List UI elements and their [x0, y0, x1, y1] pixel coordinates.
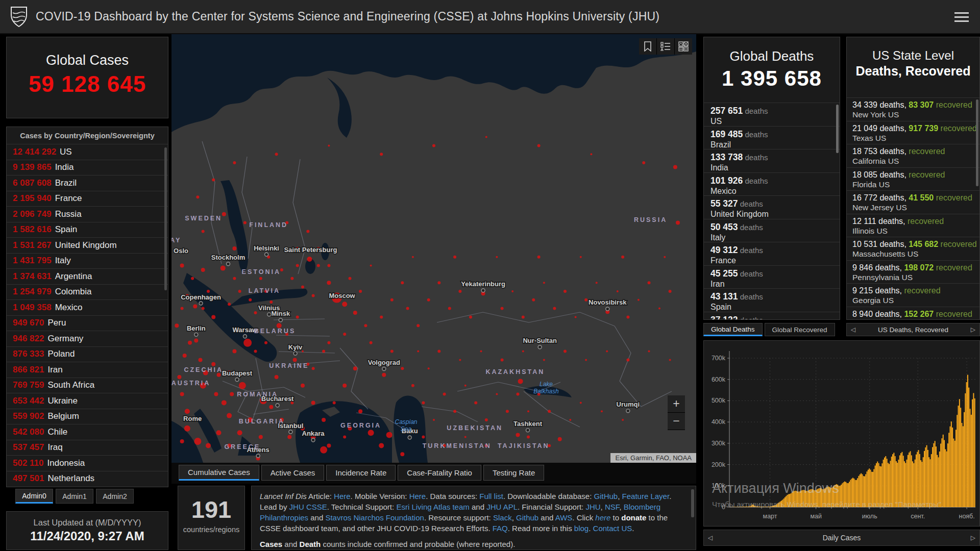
case-dot[interactable]: [617, 290, 619, 292]
basemap-icon[interactable]: [675, 38, 692, 55]
chart-bar[interactable]: [808, 490, 809, 507]
deaths-row[interactable]: 101 926 deathsMexico: [704, 172, 840, 196]
country-case-row[interactable]: 537 457Iraq: [7, 440, 168, 456]
chart-bar[interactable]: [893, 453, 894, 507]
chart-bar[interactable]: [800, 491, 801, 507]
chart-bar[interactable]: [835, 485, 836, 507]
chart-bar[interactable]: [929, 459, 930, 507]
case-dot[interactable]: [558, 437, 562, 441]
chart-bar[interactable]: [817, 489, 818, 507]
case-dot[interactable]: [516, 433, 520, 437]
chart-bar[interactable]: [890, 461, 891, 507]
case-dot[interactable]: [432, 144, 435, 147]
chart-bar[interactable]: [910, 451, 911, 507]
chart-bar[interactable]: [793, 491, 794, 507]
chart-bar[interactable]: [755, 506, 756, 507]
case-dot[interactable]: [312, 294, 315, 297]
case-dot[interactable]: [601, 410, 603, 412]
chart-bar[interactable]: [739, 507, 740, 507]
case-dot[interactable]: [543, 282, 545, 284]
case-dot[interactable]: [188, 341, 192, 345]
chart-bar[interactable]: [840, 486, 841, 507]
chart-bar[interactable]: [837, 485, 838, 507]
chart-bar[interactable]: [960, 408, 961, 507]
chart-bar[interactable]: [815, 490, 816, 507]
case-dot[interactable]: [469, 315, 472, 318]
chart-bar[interactable]: [798, 492, 799, 507]
case-dot[interactable]: [368, 430, 374, 436]
chart-bar[interactable]: [838, 486, 839, 507]
chart-bar[interactable]: [945, 449, 946, 507]
chart-bar[interactable]: [762, 507, 763, 507]
chart-bar[interactable]: [888, 463, 889, 507]
case-dot[interactable]: [206, 443, 211, 448]
case-dot[interactable]: [532, 298, 535, 302]
chart-bar[interactable]: [741, 507, 742, 507]
country-case-row[interactable]: 559 902Belgium: [7, 409, 168, 424]
case-dot[interactable]: [185, 409, 190, 414]
case-dot[interactable]: [527, 436, 530, 439]
case-dot[interactable]: [328, 144, 330, 146]
chart-bar[interactable]: [792, 492, 793, 507]
case-dot[interactable]: [585, 359, 587, 361]
bookmark-icon[interactable]: [639, 38, 656, 55]
chart-bar[interactable]: [772, 506, 773, 507]
case-dot[interactable]: [358, 409, 362, 413]
chart-bar[interactable]: [760, 507, 761, 507]
state-row[interactable]: 34 339 deaths, 83 307 recoveredNew York …: [847, 97, 980, 121]
chart-bar[interactable]: [912, 461, 913, 507]
case-dot[interactable]: [517, 393, 520, 396]
chart-bar[interactable]: [810, 489, 811, 507]
case-dot[interactable]: [193, 304, 197, 308]
map-tab-testing-rate[interactable]: Testing Rate: [483, 465, 544, 481]
case-dot[interactable]: [390, 350, 394, 353]
chart-bar[interactable]: [877, 462, 878, 507]
case-dot[interactable]: [401, 281, 404, 284]
chart-bar[interactable]: [758, 507, 760, 507]
case-dot[interactable]: [580, 256, 582, 258]
case-dot[interactable]: [422, 401, 425, 404]
chart-bar[interactable]: [925, 447, 926, 507]
link[interactable]: Here: [334, 492, 351, 500]
case-dot[interactable]: [485, 418, 488, 421]
case-dot[interactable]: [458, 290, 461, 293]
chart-bar[interactable]: [848, 483, 849, 507]
case-dot[interactable]: [196, 195, 199, 198]
chart-bar[interactable]: [818, 488, 819, 507]
case-dot[interactable]: [370, 341, 373, 344]
deaths-row[interactable]: 37 122 deathsArgentina: [704, 312, 840, 320]
case-dot[interactable]: [622, 419, 624, 421]
case-dot[interactable]: [518, 379, 523, 384]
case-dot[interactable]: [243, 339, 252, 347]
link[interactable]: Stavros Niarchos Foundation: [325, 513, 424, 522]
case-dot[interactable]: [464, 385, 467, 387]
link[interactable]: JHU APL: [486, 503, 518, 511]
chart-bar[interactable]: [746, 507, 747, 507]
chart-bar[interactable]: [748, 507, 749, 507]
case-dot[interactable]: [217, 373, 221, 377]
chart-bar[interactable]: [857, 478, 858, 507]
country-case-row[interactable]: 949 670Peru: [7, 315, 168, 331]
chart-bar[interactable]: [770, 506, 771, 507]
case-dot[interactable]: [212, 179, 215, 182]
deaths-row[interactable]: 257 651 deathsUS: [704, 103, 840, 126]
case-dot[interactable]: [239, 382, 246, 389]
chart-bar[interactable]: [909, 453, 910, 507]
case-dot[interactable]: [202, 307, 205, 310]
chart-bar[interactable]: [865, 474, 866, 507]
chart-bar[interactable]: [917, 452, 918, 507]
chart-bar[interactable]: [801, 490, 802, 507]
case-dot[interactable]: [296, 315, 299, 318]
case-dot[interactable]: [669, 290, 672, 293]
case-dot[interactable]: [459, 359, 461, 361]
chart-bar[interactable]: [773, 506, 774, 507]
case-dot[interactable]: [216, 430, 222, 435]
case-dot[interactable]: [343, 333, 346, 336]
chart-bar[interactable]: [740, 507, 741, 507]
case-dot[interactable]: [353, 366, 357, 370]
chart-bar[interactable]: [891, 457, 892, 507]
tab-global-deaths[interactable]: Global Deaths: [703, 323, 763, 336]
case-dot[interactable]: [342, 384, 347, 388]
case-dot[interactable]: [343, 436, 346, 439]
scrollbar[interactable]: [976, 99, 978, 186]
